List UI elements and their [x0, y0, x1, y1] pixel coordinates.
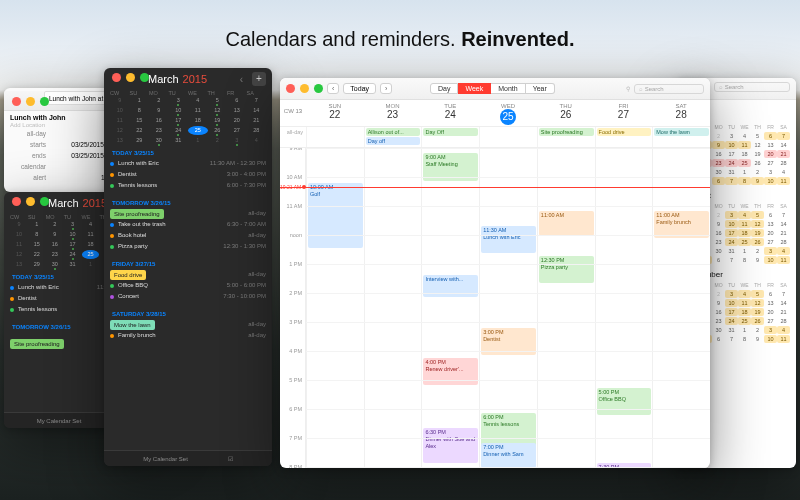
day-column[interactable] — [364, 148, 422, 468]
ends-label: ends — [10, 151, 46, 161]
calendar-event[interactable]: 12:30 PMPizza party — [539, 256, 594, 283]
add-button[interactable]: + — [252, 72, 266, 86]
month-label: March — [148, 73, 179, 85]
agenda-tomorrow: Site proofreadingall-day Take out the tr… — [104, 208, 272, 256]
allday-event[interactable]: Mow the lawn — [654, 128, 709, 136]
search-field[interactable]: Search — [634, 84, 704, 94]
calendar-event[interactable]: 7:00 PMDinner with Sam — [481, 443, 536, 468]
reminders-icon[interactable]: ☑ — [228, 455, 233, 462]
traffic-lights[interactable] — [12, 97, 49, 106]
close-icon[interactable] — [12, 197, 21, 206]
traffic-lights[interactable] — [112, 73, 149, 82]
dark-agenda-window: + March 2015 ‹ › CWSUMOTUWETHFRSA 912345… — [104, 68, 272, 466]
day-header-cell[interactable]: TUE24 — [421, 100, 479, 126]
allday-event[interactable]: Allison out of... — [366, 128, 421, 136]
section-today: TODAY 3/25/15 — [104, 145, 272, 158]
tagline-text: Calendars and reminders. — [225, 28, 461, 50]
close-icon[interactable] — [12, 97, 21, 106]
seg-year[interactable]: Year — [526, 83, 555, 94]
day-header-cell[interactable]: FRI27 — [595, 100, 653, 126]
seg-week[interactable]: Week — [458, 83, 491, 94]
allday-label: all-day — [10, 129, 46, 139]
calendar-event[interactable]: 11:00 AM — [539, 211, 594, 236]
mini-calendar[interactable]: 9123456710891011121314111516171819202112… — [104, 96, 272, 145]
calendar-event[interactable]: 6:30 PMDinner with Sue and Alex — [423, 428, 478, 463]
allday-event[interactable]: Food drive — [597, 128, 652, 136]
section-saturday: SATURDAY 3/28/15 — [104, 306, 272, 319]
maximize-icon[interactable] — [314, 84, 323, 93]
allday-pill[interactable]: Site proofreading — [110, 209, 164, 219]
agenda-item[interactable]: Lunch with Eric11:30 AM - 12:30 PM — [110, 158, 266, 169]
ends-date[interactable]: 03/25/2015 — [71, 151, 104, 161]
allday-pill[interactable]: Site proofreading — [10, 339, 64, 349]
day-column[interactable]: 9:00 AMStaff MeetingInterview with...4:0… — [421, 148, 479, 468]
view-segmented-control[interactable]: DayWeekMonthYear — [430, 83, 555, 94]
section-friday: FRIDAY 3/27/15 — [104, 256, 272, 269]
allday-event[interactable]: Site proofreading — [539, 128, 594, 136]
week-grid[interactable]: 9 AM10 AM11 AMnoon1 PM2 PM3 PM4 PM5 PM6 … — [280, 148, 710, 468]
day-header-cell[interactable]: THU26 — [537, 100, 595, 126]
starts-date[interactable]: 03/25/2015 — [71, 140, 104, 150]
allday-row[interactable]: all-dayAllison out of...Day offDay OffSi… — [280, 127, 710, 148]
minimize-icon[interactable] — [126, 73, 135, 82]
allday-pill[interactable]: Food drive — [110, 270, 146, 280]
week-view-window: ‹ Today › DayWeekMonthYear ⚲ Search CW 1… — [280, 78, 710, 468]
search-field[interactable]: ⌕ Search — [714, 82, 790, 92]
day-header-cell[interactable]: SAT28 — [652, 100, 710, 126]
day-header-cell[interactable]: SUN22 — [306, 100, 364, 126]
tagline: Calendars and reminders. Reinvented. — [0, 28, 800, 51]
toolbar: ‹ Today › DayWeekMonthYear ⚲ Search — [280, 78, 710, 100]
day-header-cell[interactable]: WED25 — [479, 100, 537, 126]
allday-event[interactable]: Day off — [366, 137, 421, 145]
allday-pill[interactable]: Mow the lawn — [110, 320, 155, 330]
day-column[interactable]: 5:00 PMOffice BBQ7:30 PMConcert — [595, 148, 653, 468]
minimize-icon[interactable] — [26, 97, 35, 106]
calendar-event[interactable]: 5:00 PMOffice BBQ — [597, 388, 652, 415]
agenda-today: Lunch with Eric11:30 AM - 12:30 PMDentis… — [104, 158, 272, 195]
agenda-friday: Food driveall-day Office BBQ5:00 - 6:00 … — [104, 269, 272, 306]
calendar-event[interactable]: 11:00 AMFamily brunch — [654, 211, 709, 238]
traffic-lights[interactable] — [12, 197, 49, 206]
close-icon[interactable] — [286, 84, 295, 93]
seg-month[interactable]: Month — [491, 83, 525, 94]
maximize-icon[interactable] — [140, 73, 149, 82]
traffic-lights[interactable] — [286, 84, 323, 93]
day-header: CW 13SUN22MON23TUE24WED25THU26FRI27SAT28 — [280, 100, 710, 127]
agenda-item[interactable]: Dentist3:00 - 4:00 PM — [110, 169, 266, 180]
toolbar-icon[interactable]: ⚲ — [626, 85, 630, 92]
day-column[interactable]: 11:00 AMFamily brunch — [652, 148, 710, 468]
maximize-icon[interactable] — [40, 97, 49, 106]
agenda-item[interactable]: Tennis lessons6:00 - 7:30 PM — [110, 180, 266, 191]
minimize-icon[interactable] — [26, 197, 35, 206]
day-column[interactable]: 11:00 AM12:30 PMPizza party — [537, 148, 595, 468]
day-column[interactable]: 11:30 AMLunch with Eric3:00 PMDentist6:0… — [479, 148, 537, 468]
tagline-bold: Reinvented. — [461, 28, 574, 50]
alert-label: alert — [10, 173, 46, 183]
year-label: 2015 — [183, 73, 207, 85]
day-column[interactable]: 10:00 AMGolf — [306, 148, 364, 468]
month-label: March — [48, 197, 79, 209]
next-button[interactable]: › — [380, 83, 392, 94]
calendar-event[interactable]: 11:30 AMLunch with Eric — [481, 226, 536, 253]
calendar-set-picker[interactable]: My Calendar Set — [143, 456, 188, 462]
prev-button[interactable]: ‹ — [327, 83, 339, 94]
close-icon[interactable] — [112, 73, 121, 82]
day-header-cell[interactable]: MON23 — [364, 100, 422, 126]
starts-label: starts — [10, 140, 46, 150]
agenda-saturday: Mow the lawnall-day Family brunchall-day — [104, 319, 272, 345]
today-button[interactable]: Today — [343, 83, 376, 94]
section-tomorrow: TOMORROW 3/26/15 — [104, 195, 272, 208]
calendar-event[interactable]: 10:00 AMGolf — [308, 183, 363, 248]
minimize-icon[interactable] — [300, 84, 309, 93]
allday-event[interactable]: Day Off — [423, 128, 478, 136]
calendar-label: calendar — [10, 162, 46, 172]
seg-day[interactable]: Day — [430, 83, 458, 94]
calendar-set-picker[interactable]: My Calendar Set — [37, 418, 82, 424]
maximize-icon[interactable] — [40, 197, 49, 206]
